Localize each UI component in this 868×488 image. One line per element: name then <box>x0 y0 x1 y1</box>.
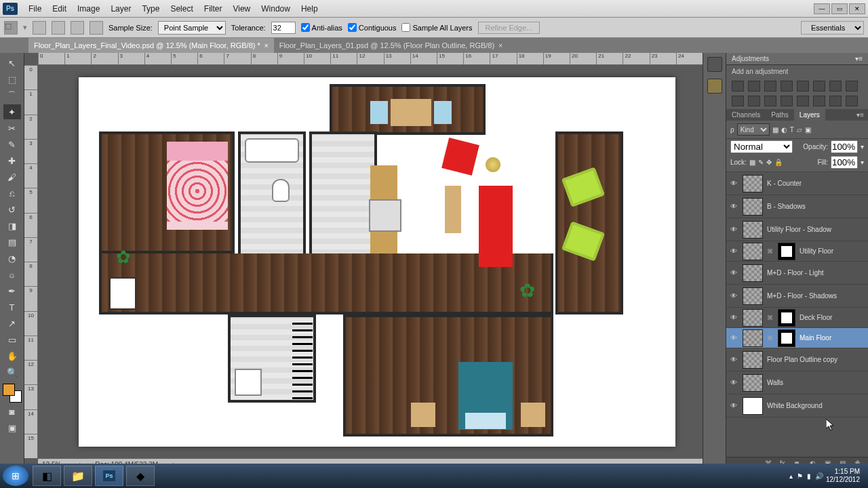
taskbar-photoshop-icon[interactable]: Ps <box>95 466 123 486</box>
visibility-icon[interactable]: 👁 <box>729 378 738 388</box>
layer-row[interactable]: 👁⌘Utility Floor <box>726 241 868 262</box>
layer-row[interactable]: 👁Floor Plan Outline copy <box>726 348 868 371</box>
anti-alias-check[interactable]: Anti-alias <box>301 23 342 32</box>
path-tool-icon[interactable]: ↗ <box>3 316 21 331</box>
tray-network-icon[interactable]: ▮ <box>807 472 811 480</box>
blur-tool-icon[interactable]: ◔ <box>3 251 21 266</box>
tolerance-input[interactable] <box>271 22 296 34</box>
layer-thumb[interactable] <box>743 329 763 347</box>
crop-tool-icon[interactable]: ✂ <box>3 121 21 136</box>
history-panel-icon[interactable] <box>707 57 722 72</box>
healing-tool-icon[interactable]: ✚ <box>3 153 21 168</box>
tray-sound-icon[interactable]: 🔊 <box>815 472 823 480</box>
levels-icon[interactable] <box>748 81 760 92</box>
layer-row[interactable]: 👁M+D - Floor - Shadows <box>726 285 868 308</box>
filter-shape-icon[interactable]: ▱ <box>797 126 802 134</box>
marquee-tool-icon[interactable]: ⬚ <box>3 72 21 87</box>
mask-thumb[interactable] <box>778 243 795 260</box>
blend-mode-select[interactable]: Normal <box>730 140 793 153</box>
mask-thumb[interactable] <box>778 309 795 327</box>
lasso-tool-icon[interactable]: ⌒ <box>3 88 21 103</box>
layer-thumb[interactable] <box>743 221 763 239</box>
brush-tool-icon[interactable]: 🖌 <box>3 169 21 184</box>
magic-wand-tool-icon[interactable]: ✦ <box>3 104 21 119</box>
sample-size-select[interactable]: Point Sample <box>158 21 226 35</box>
layer-thumb[interactable] <box>743 264 763 282</box>
taskbar-app-icon[interactable]: ◆ <box>126 466 155 486</box>
layer-filter-select[interactable]: Kind <box>737 123 770 136</box>
canvas-viewport[interactable]: ✿ ✿ <box>38 65 703 458</box>
layers-list[interactable]: 👁K - Counter👁B - Shadows👁Utility Floor -… <box>726 172 868 457</box>
layer-row[interactable]: 👁M+D - Floor - Light <box>726 262 868 285</box>
vibrance-icon[interactable] <box>797 81 809 92</box>
adjustments-header[interactable]: Adjustments▾≡ <box>726 53 868 65</box>
brightness-icon[interactable] <box>732 81 744 92</box>
menu-edit[interactable]: Edit <box>47 1 72 16</box>
taskbar-explorer-icon[interactable]: ◧ <box>33 466 61 486</box>
hand-tool-icon[interactable]: ✋ <box>3 348 21 363</box>
visibility-icon[interactable]: 👁 <box>729 313 738 323</box>
close-icon[interactable]: × <box>264 42 269 49</box>
hue-icon[interactable] <box>813 81 825 92</box>
close-icon[interactable]: × <box>498 42 502 49</box>
opacity-input[interactable] <box>831 140 858 153</box>
color-swatches[interactable] <box>3 384 22 403</box>
layer-thumb[interactable] <box>743 175 763 192</box>
ruler-vertical[interactable]: 0123456789101112131415 <box>24 65 38 458</box>
tray-up-icon[interactable]: ▴ <box>789 472 793 480</box>
lock-trans-icon[interactable]: ▦ <box>749 159 755 166</box>
layer-thumb[interactable] <box>743 243 763 260</box>
layer-thumb[interactable] <box>743 397 763 415</box>
eyedropper-tool-icon[interactable]: ✎ <box>3 137 21 152</box>
menu-help[interactable]: Help <box>296 1 323 16</box>
layer-row[interactable]: 👁K - Counter <box>726 172 868 195</box>
move-tool-icon[interactable]: ↖ <box>3 56 21 70</box>
minimize-button[interactable]: — <box>814 3 830 14</box>
start-button[interactable]: ⊞ <box>3 466 28 486</box>
layer-row[interactable]: 👁⌘Main Floor <box>726 328 868 348</box>
visibility-icon[interactable]: 👁 <box>729 202 738 211</box>
layer-row[interactable]: 👁B - Shadows <box>726 195 868 218</box>
type-tool-icon[interactable]: T <box>3 300 21 314</box>
lock-pixels-icon[interactable]: ✎ <box>758 159 764 166</box>
quickmask-icon[interactable]: ◙ <box>3 404 21 419</box>
selectivecolor-icon[interactable] <box>846 96 858 106</box>
photofilter-icon[interactable] <box>732 96 744 106</box>
channels-tab[interactable]: Channels <box>726 109 766 121</box>
lock-position-icon[interactable]: ✥ <box>766 159 772 166</box>
color-panel-icon[interactable] <box>707 79 722 94</box>
pen-tool-icon[interactable]: ✒ <box>3 283 21 298</box>
screenmode-icon[interactable]: ▣ <box>3 420 21 435</box>
invert-icon[interactable] <box>781 96 793 106</box>
menu-layer[interactable]: Layer <box>105 1 136 16</box>
layer-row[interactable]: 👁⌘Deck Floor <box>726 308 868 328</box>
visibility-icon[interactable]: 👁 <box>729 355 738 365</box>
menu-select[interactable]: Select <box>165 1 198 16</box>
zoom-tool-icon[interactable]: 🔍 <box>3 365 21 380</box>
intersect-selection-icon[interactable] <box>90 21 103 35</box>
contiguous-check[interactable]: Contiguous <box>348 23 397 32</box>
filter-type-icon[interactable]: T <box>790 126 794 134</box>
curves-icon[interactable] <box>764 81 776 92</box>
tray-flag-icon[interactable]: ⚑ <box>797 472 803 480</box>
layer-thumb[interactable] <box>743 374 763 392</box>
menu-type[interactable]: Type <box>136 1 165 16</box>
shape-tool-icon[interactable]: ▭ <box>3 332 21 347</box>
colorbalance-icon[interactable] <box>829 81 842 92</box>
close-button[interactable]: ✕ <box>849 3 865 14</box>
menu-image[interactable]: Image <box>72 1 105 16</box>
lock-all-icon[interactable]: 🔒 <box>774 159 783 166</box>
mask-thumb[interactable] <box>778 329 795 347</box>
fill-input[interactable] <box>831 156 858 169</box>
refine-edge-button[interactable]: Refine Edge... <box>478 22 540 34</box>
visibility-icon[interactable]: 👁 <box>729 291 738 301</box>
stamp-tool-icon[interactable]: ⎌ <box>3 186 21 201</box>
layer-row[interactable]: 👁Walls <box>726 371 868 394</box>
eraser-tool-icon[interactable]: ◨ <box>3 218 21 233</box>
tool-preset-icon[interactable]: ⬚ <box>4 21 18 35</box>
document-tab-1[interactable]: Floor_Plan_Layers_Final_Video.psd @ 12.5… <box>28 38 274 53</box>
visibility-icon[interactable]: 👁 <box>729 268 738 278</box>
taskbar-folder-icon[interactable]: 📁 <box>64 466 92 486</box>
layer-thumb[interactable] <box>743 287 763 305</box>
paths-tab[interactable]: Paths <box>766 109 794 121</box>
